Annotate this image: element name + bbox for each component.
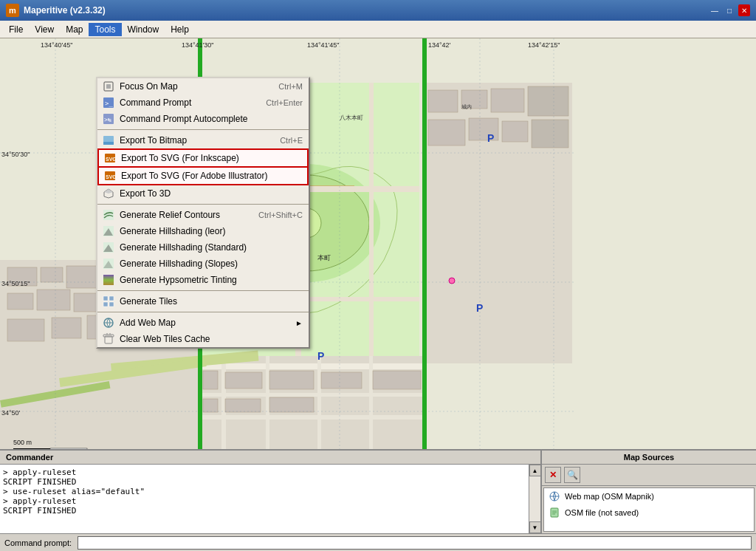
menu-add-web-map[interactable]: Add Web Map ► <box>97 315 309 331</box>
output-line: > apply-ruleset <box>3 468 526 477</box>
menu-hypsometric[interactable]: Generate Hypsometric Tinting <box>97 272 309 288</box>
svg-text:P: P <box>476 302 483 314</box>
hillshade3-icon <box>102 257 115 270</box>
menu-export-svg-ai[interactable]: SVG Export To SVG (For Adobe Illustrator… <box>97 168 309 185</box>
map-sources-panel: Map Sources ✕ 🔍 Web map (OSM Mapnik) <box>542 451 756 533</box>
menu-cmd-autocomplete[interactable]: >↹ Command Prompt Autocomplete <box>97 111 309 127</box>
svg-text:134°42'15": 134°42'15" <box>528 41 560 49</box>
commander-scrollbar[interactable]: ▲ ▼ <box>529 465 540 533</box>
menu-clear-cache[interactable]: Clear Web Tiles Cache <box>97 331 309 347</box>
menu-export-bitmap[interactable]: Export To Bitmap Ctrl+E <box>97 132 309 148</box>
svg-rect-104 <box>109 296 114 301</box>
svg-ai-icon: SVG <box>103 169 117 182</box>
osm-file-icon <box>549 507 560 519</box>
menu-generate-tiles[interactable]: Generate Tiles <box>97 293 309 309</box>
svg-text:SVG: SVG <box>106 174 116 179</box>
svg-rect-3 <box>41 267 63 282</box>
svg-rect-44 <box>321 372 362 389</box>
svg-text:P: P <box>487 132 494 144</box>
menu-view[interactable]: View <box>29 23 60 36</box>
menu-hillshading-standard[interactable]: Generate Hillshading (Standard) <box>97 239 309 256</box>
svg-rect-23 <box>369 83 374 356</box>
svg-inkscape-icon: SVG <box>103 151 117 165</box>
menu-window[interactable]: Window <box>122 23 165 36</box>
svg-rect-91 <box>103 142 114 145</box>
hillshade2-icon <box>102 241 115 254</box>
svg-rect-29 <box>428 120 465 146</box>
menu-command-prompt[interactable]: >_ Command Prompt Ctrl+Enter <box>97 95 309 111</box>
svg-rect-45 <box>373 371 421 389</box>
delete-source-button[interactable]: ✕ <box>545 467 561 483</box>
hypso-icon <box>102 273 115 287</box>
map-source-item-osm[interactable]: OSM file (not saved) <box>544 504 754 521</box>
command-prompt-input[interactable] <box>78 536 752 550</box>
clearcache-icon <box>102 332 115 346</box>
cmd-icon: >_ <box>102 96 115 109</box>
menu-relief-contours[interactable]: Generate Relief Contours Ctrl+Shift+C <box>97 207 309 223</box>
svg-rect-35 <box>198 393 427 397</box>
scroll-track[interactable] <box>529 476 540 521</box>
window-controls: — □ ✕ <box>709 4 750 16</box>
submenu-arrow: ► <box>295 319 303 327</box>
menu-focus-on-map[interactable]: Focus On Map Ctrl+M <box>97 78 309 95</box>
svg-rect-47 <box>225 399 261 412</box>
menu-map[interactable]: Map <box>60 23 89 36</box>
svg-rect-79 <box>50 448 87 449</box>
svg-rect-36 <box>198 415 427 420</box>
menu-file[interactable]: File <box>3 23 29 36</box>
svg-rect-103 <box>103 296 108 301</box>
focus-icon <box>102 80 115 93</box>
svg-rect-43 <box>269 371 314 389</box>
hillshade1-icon <box>102 225 115 238</box>
svg-text:34°50'15": 34°50'15" <box>1 280 30 287</box>
svg-text:34°50'30": 34°50'30" <box>1 151 30 158</box>
svg-text:>↹: >↹ <box>104 117 111 123</box>
svg-rect-106 <box>109 302 114 307</box>
svg-rect-68 <box>422 38 427 449</box>
output-line: > use-ruleset alias="default" <box>3 487 526 496</box>
svg-rect-27 <box>491 89 524 112</box>
svg-text:P: P <box>317 350 324 362</box>
menu-export-3d[interactable]: Export To 3D <box>97 185 309 202</box>
scroll-up-button[interactable]: ▲ <box>529 465 541 476</box>
close-button[interactable]: ✕ <box>738 4 750 16</box>
svg-text:134°41'30": 134°41'30" <box>182 41 214 49</box>
menu-hillshading-slopes[interactable]: Generate Hillshading (Slopes) <box>97 256 309 272</box>
maximize-button[interactable]: □ <box>724 4 735 16</box>
menu-tools[interactable]: Tools <box>89 23 121 36</box>
svg-rect-6 <box>37 290 70 310</box>
svg-rect-78 <box>13 448 50 449</box>
svg-rect-32 <box>532 120 568 148</box>
svg-rect-31 <box>502 121 528 142</box>
svg-rect-42 <box>225 372 262 389</box>
main-area: P P P 八木本町 小姫木町 本町 城内 134°40'45" 134°41'… <box>0 38 756 551</box>
output-line: SCRIPT FINISHED <box>3 477 526 487</box>
menu-help[interactable]: Help <box>165 23 195 36</box>
app-title: m Maperitive (v2.3.32) <box>6 4 106 17</box>
commander-output: > apply-ruleset SCRIPT FINISHED > use-ru… <box>0 465 529 533</box>
scroll-down-button[interactable]: ▼ <box>529 521 541 533</box>
svg-rect-48 <box>269 397 314 412</box>
svg-text:134°42': 134°42' <box>428 41 451 49</box>
minimize-button[interactable]: — <box>709 4 721 16</box>
bottom-top: Commander > apply-ruleset SCRIPT FINISHE… <box>0 451 756 533</box>
svg-rect-38 <box>266 356 269 449</box>
map-source-item-web[interactable]: Web map (OSM Mapnik) <box>544 488 754 504</box>
menu-export-svg-inkscape[interactable]: SVG Export To SVG (For Inkscape) <box>97 148 309 168</box>
3d-icon <box>102 187 115 200</box>
menu-hillshading-leor[interactable]: Generate Hillshading (leor) <box>97 223 309 239</box>
svg-text:城内: 城内 <box>461 104 472 110</box>
bottom-panel: Commander > apply-ruleset SCRIPT FINISHE… <box>0 449 756 551</box>
svg-text:八木本町: 八木本町 <box>340 114 363 121</box>
output-line: > apply-ruleset <box>3 496 526 506</box>
app-icon: m <box>6 4 19 17</box>
titlebar: m Maperitive (v2.3.32) — □ ✕ <box>0 0 756 21</box>
tools-dropdown-menu: Focus On Map Ctrl+M >_ Command Prompt Ct… <box>96 77 310 349</box>
search-source-button[interactable]: 🔍 <box>564 467 580 483</box>
svg-point-83 <box>449 278 455 284</box>
map-sources-toolbar: ✕ 🔍 <box>542 465 756 486</box>
svg-rect-11 <box>7 319 44 341</box>
command-prompt-bar: Command prompt: <box>0 533 756 551</box>
svg-text:SVG: SVG <box>106 157 116 162</box>
menubar: File View Map Tools Window Help <box>0 21 756 38</box>
